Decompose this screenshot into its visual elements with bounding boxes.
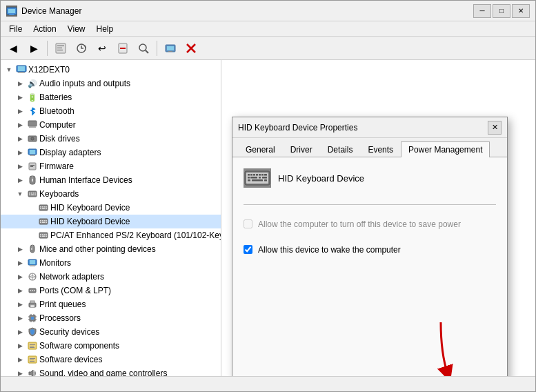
dialog-close-btn[interactable]: ✕ — [488, 121, 502, 135]
svg-rect-129 — [248, 179, 250, 182]
svg-rect-119 — [250, 174, 252, 176]
dialog-tabs: General Driver Details Events Power Mana… — [232, 138, 507, 157]
menu-view[interactable]: View — [62, 23, 91, 35]
back-btn[interactable]: ◀ — [3, 39, 23, 57]
menu-file[interactable]: File — [3, 23, 28, 35]
svg-rect-7 — [57, 50, 63, 50]
svg-point-11 — [139, 44, 146, 51]
update-driver-btn[interactable] — [72, 39, 91, 57]
allow-wake-checkbox[interactable] — [244, 245, 252, 254]
toolbar: ◀ ▶ ↩ — [1, 37, 535, 60]
dialog-overlay: HID Keyboard Device Properties ✕ General… — [1, 60, 535, 376]
tab-general[interactable]: General — [238, 141, 283, 157]
svg-rect-5 — [57, 46, 64, 46]
svg-rect-15 — [168, 51, 172, 52]
close-btn[interactable]: ✕ — [512, 4, 530, 18]
tab-events[interactable]: Events — [360, 141, 401, 157]
menu-help[interactable]: Help — [91, 23, 119, 35]
svg-rect-120 — [253, 174, 255, 176]
window-title: Device Manager — [21, 6, 473, 16]
main-window: Device Manager ─ □ ✕ File Action View He… — [0, 0, 536, 392]
allow-wake-label: Allow this device to wake the computer — [258, 244, 401, 256]
hardware-properties-btn[interactable] — [161, 39, 180, 57]
svg-rect-121 — [256, 174, 258, 176]
tab-power-management[interactable]: Power Management — [401, 141, 490, 157]
svg-rect-118 — [248, 174, 250, 176]
menu-bar: File Action View Help — [1, 21, 535, 37]
svg-rect-125 — [248, 177, 250, 179]
forward-btn[interactable]: ▶ — [24, 39, 43, 57]
uninstall-btn[interactable] — [113, 39, 132, 57]
svg-rect-130 — [252, 179, 263, 182]
svg-rect-128 — [262, 177, 267, 179]
dialog-title: HID Keyboard Device Properties — [238, 123, 488, 133]
content-area: ▼ X12DEXT0 ▶ Audio inputs and outputs ▶ … — [1, 60, 535, 376]
toolbar-sep-2 — [157, 41, 157, 56]
tab-driver[interactable]: Driver — [283, 141, 320, 157]
tab-details[interactable]: Details — [320, 141, 361, 157]
delete-btn[interactable] — [181, 39, 201, 57]
svg-rect-127 — [259, 177, 261, 179]
svg-rect-131 — [264, 179, 267, 182]
allow-wake-row: Allow this device to wake the computer — [244, 242, 496, 259]
allow-turn-off-label: Allow the computer to turn off this devi… — [258, 219, 461, 231]
title-bar: Device Manager ─ □ ✕ — [1, 1, 535, 21]
svg-rect-126 — [250, 177, 257, 179]
arrow-area — [244, 267, 496, 376]
window-controls: ─ □ ✕ — [473, 4, 530, 18]
allow-turn-off-checkbox[interactable] — [244, 219, 252, 228]
toolbar-sep-1 — [47, 41, 48, 56]
device-header: HID Keyboard Device — [244, 168, 496, 188]
maximize-btn[interactable]: □ — [493, 4, 510, 18]
properties-dialog: HID Keyboard Device Properties ✕ General… — [232, 117, 508, 376]
allow-turn-off-row: Allow the computer to turn off this devi… — [244, 216, 496, 233]
svg-rect-123 — [261, 174, 264, 176]
svg-rect-2 — [10, 14, 14, 14]
svg-line-12 — [146, 50, 148, 53]
status-bar — [1, 376, 535, 391]
svg-rect-14 — [167, 46, 174, 50]
svg-rect-124 — [264, 174, 267, 176]
menu-action[interactable]: Action — [28, 23, 61, 35]
separator-1 — [244, 204, 496, 205]
red-arrow — [420, 319, 461, 376]
svg-rect-122 — [259, 174, 261, 176]
window-icon — [6, 6, 17, 17]
svg-rect-1 — [8, 9, 15, 13]
svg-rect-6 — [57, 48, 62, 48]
scan-btn[interactable] — [134, 39, 153, 57]
svg-rect-3 — [9, 14, 14, 15]
device-name: HID Keyboard Device — [278, 173, 364, 184]
dialog-content-area: HID Keyboard Device Allow the computer t… — [232, 157, 507, 376]
dialog-title-bar: HID Keyboard Device Properties ✕ — [232, 117, 507, 138]
minimize-btn[interactable]: ─ — [473, 4, 491, 18]
rollback-btn[interactable]: ↩ — [92, 39, 112, 57]
properties-btn[interactable] — [51, 39, 70, 57]
device-icon-large — [244, 168, 271, 188]
